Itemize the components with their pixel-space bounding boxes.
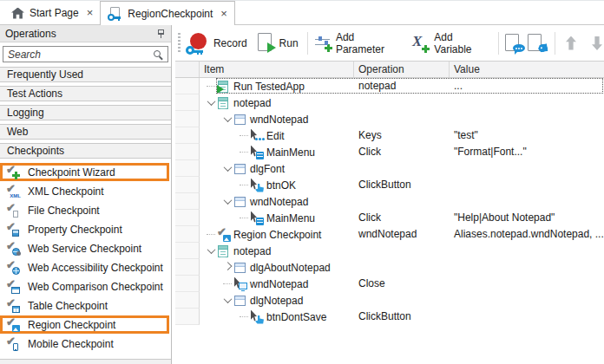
- move-up-button[interactable]: [564, 36, 578, 51]
- category-label: Checkpoints: [7, 145, 64, 157]
- column-header-operation[interactable]: Operation: [354, 62, 450, 77]
- row-item-label: Region Checkpoint: [233, 229, 321, 241]
- clipped-category-bar: [0, 359, 171, 364]
- row-value: "Help|About Notepad": [450, 210, 604, 226]
- sidebar-item-xml-checkpoint[interactable]: XML Checkpoint: [0, 182, 171, 201]
- tree-line: [240, 218, 248, 218]
- search-placeholder: Search: [8, 49, 41, 61]
- row-operation: notepad: [354, 78, 450, 94]
- row-operation: [354, 193, 450, 210]
- expander-closed-icon[interactable]: [223, 262, 232, 270]
- table-row[interactable]: MainMenuClick"Format|Font...": [175, 144, 604, 160]
- category-label: Frequently Used: [7, 68, 83, 81]
- close-icon[interactable]: ×: [220, 10, 227, 18]
- row-value: [450, 309, 604, 325]
- run-button[interactable]: Run: [256, 32, 299, 54]
- expander-open-icon[interactable]: [207, 97, 215, 106]
- record-button[interactable]: Record: [185, 32, 247, 55]
- sidebar-item-property-checkpoint[interactable]: Property Checkpoint: [0, 220, 171, 239]
- sidebar-item-region-checkpoint[interactable]: Region Checkpoint: [0, 315, 169, 334]
- sidebar-item-mobile-checkpoint[interactable]: Mobile Checkpoint: [0, 335, 171, 354]
- sidebar-item-web-accessibility-checkpoint[interactable]: Web Accessibility Checkpoint: [0, 258, 171, 277]
- sidebar-item-web-service-checkpoint[interactable]: Web Service Checkpoint: [0, 239, 171, 258]
- sidebar-item-label: Web Service Checkpoint: [28, 243, 141, 255]
- table-row[interactable]: notepad: [175, 94, 604, 111]
- row-gutter[interactable]: [175, 94, 200, 111]
- row-gutter[interactable]: [175, 111, 200, 127]
- column-header-value[interactable]: Value: [450, 62, 604, 77]
- expander-open-icon[interactable]: [223, 114, 232, 122]
- toolbar-grip[interactable]: [178, 33, 181, 54]
- move-down-button[interactable]: [590, 36, 604, 51]
- table-row[interactable]: wndNotepad: [175, 111, 604, 127]
- row-gutter[interactable]: [175, 78, 200, 94]
- category-label: Logging: [7, 107, 44, 119]
- row-value: [450, 94, 604, 111]
- add-variable-label: Add Variable: [434, 31, 491, 55]
- table-row[interactable]: dlgNotepad: [175, 292, 604, 309]
- row-value: Aliases.notepad.wndNotepad, ...: [450, 226, 604, 243]
- table-row[interactable]: dlgAboutNotepad: [175, 259, 604, 276]
- sidebar-item-checkpoint-wizard[interactable]: Checkpoint Wizard: [0, 163, 169, 181]
- table-row[interactable]: wndNotepadClose: [175, 276, 604, 292]
- sidebar-category-frequently-used[interactable]: Frequently Used: [0, 67, 171, 82]
- table-row[interactable]: dlgFont: [175, 160, 604, 177]
- sidebar-category-test-actions[interactable]: Test Actions: [0, 86, 171, 101]
- row-gutter[interactable]: [175, 127, 200, 144]
- table-row[interactable]: wndNotepad: [175, 193, 604, 210]
- table-row[interactable]: notepad: [175, 243, 604, 259]
- table-row[interactable]: Run TestedAppnotepad...: [175, 78, 604, 94]
- property-checkpoint-icon: [6, 223, 20, 237]
- row-gutter[interactable]: [175, 292, 200, 309]
- table-row[interactable]: btnOKClickButton: [175, 177, 604, 193]
- row-item-label: dlgNotepad: [250, 295, 303, 307]
- expander-open-icon[interactable]: [223, 295, 232, 303]
- table-row[interactable]: Region CheckpointwndNotepadAliases.notep…: [175, 226, 604, 243]
- row-value: "Format|Font...": [450, 144, 604, 160]
- table-row[interactable]: btnDontSaveClickButton: [175, 309, 604, 325]
- tab-region-checkpoint[interactable]: RegionCheckpoint ×: [100, 1, 235, 25]
- row-gutter[interactable]: [175, 144, 200, 160]
- close-icon[interactable]: ×: [87, 9, 94, 17]
- row-item-label: dlgAboutNotepad: [250, 262, 331, 274]
- sidebar-item-label: Property Checkpoint: [28, 224, 122, 236]
- table-row[interactable]: EditKeys"test": [175, 127, 604, 144]
- pin-icon[interactable]: [156, 29, 166, 39]
- row-operation: [354, 292, 450, 309]
- add-parameter-button[interactable]: Add Parameter: [315, 31, 404, 55]
- row-gutter[interactable]: [175, 243, 200, 259]
- row-gutter[interactable]: [175, 177, 200, 193]
- row-value: ...: [450, 78, 604, 94]
- row-gutter[interactable]: [175, 309, 200, 325]
- row-gutter[interactable]: [175, 276, 200, 292]
- expander-open-icon[interactable]: [223, 163, 232, 172]
- sidebar-item-web-comparison-checkpoint[interactable]: Web Comparison Checkpoint: [0, 277, 171, 296]
- row-item-label: MainMenu: [266, 212, 315, 224]
- table-row[interactable]: MainMenuClick"Help|About Notepad": [175, 210, 604, 226]
- search-input[interactable]: Search: [3, 46, 168, 62]
- sidebar-category-web[interactable]: Web: [0, 124, 171, 140]
- sidebar-category-logging[interactable]: Logging: [0, 105, 171, 120]
- record-label: Record: [213, 37, 247, 49]
- row-value: [450, 160, 604, 177]
- sidebar-category-checkpoints[interactable]: Checkpoints: [0, 143, 171, 159]
- expander-open-icon[interactable]: [207, 245, 215, 254]
- column-header-item[interactable]: Item: [200, 62, 354, 77]
- document-tab-bar: Start Page × RegionCheckpoint ×: [0, 1, 604, 25]
- add-comment-button[interactable]: [504, 33, 525, 54]
- sidebar-item-table-checkpoint[interactable]: Table Checkpoint: [0, 296, 171, 315]
- row-gutter[interactable]: [175, 210, 200, 226]
- add-variable-button[interactable]: Add Variable: [410, 31, 491, 55]
- add-label-button[interactable]: [527, 33, 548, 54]
- row-item-label: wndNotepad: [250, 114, 308, 126]
- row-gutter[interactable]: [175, 193, 200, 210]
- region-check-icon: [217, 228, 231, 242]
- tab-start-page[interactable]: Start Page ×: [4, 2, 100, 24]
- sidebar-item-file-checkpoint[interactable]: File Checkpoint: [0, 201, 171, 220]
- row-gutter[interactable]: [175, 160, 200, 177]
- expander-open-icon[interactable]: [223, 196, 232, 205]
- arrow-down-icon: [590, 36, 604, 51]
- row-operation: [354, 243, 450, 259]
- row-gutter[interactable]: [175, 226, 200, 243]
- row-gutter[interactable]: [175, 259, 200, 276]
